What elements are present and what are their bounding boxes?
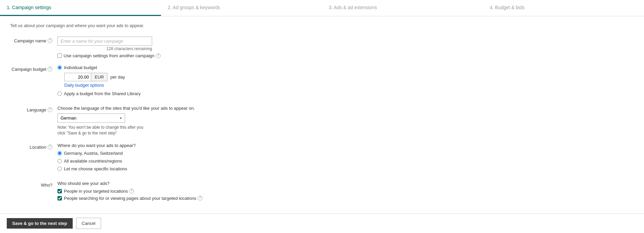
use-settings-checkbox[interactable] (57, 54, 62, 58)
location-row: Location ? Where do you want your ads to… (10, 143, 634, 174)
campaign-name-help-icon[interactable]: ? (48, 38, 52, 43)
language-select-wrap: German English French Spanish Italian (57, 113, 125, 123)
language-help-icon[interactable]: ? (48, 107, 52, 112)
language-label: Language ? (10, 106, 57, 112)
who-option-2-help-icon[interactable]: ? (198, 196, 202, 200)
individual-budget-radio[interactable] (57, 65, 62, 70)
per-day-text: per day (110, 75, 125, 80)
location-option-2-row: All available countries/regions (57, 158, 226, 164)
individual-budget-radio-row: Individual budget (57, 65, 226, 70)
campaign-budget-row: Campaign budget ? Individual budget EUR … (10, 65, 634, 99)
who-option-1-row: People in your targeted locations ? (57, 189, 226, 194)
who-content: Who should see your ads? People in your … (57, 181, 226, 203)
location-option-1-label: Germany, Austria, Switzerland (64, 151, 123, 156)
who-row: Who? Who should see your ads? People in … (10, 181, 634, 203)
language-select[interactable]: German English French Spanish Italian (57, 113, 125, 123)
bottom-bar: Save & go to the next step Cancel (0, 213, 644, 233)
campaign-name-content: 128 characters remaining Use campaign se… (57, 37, 226, 58)
currency-button[interactable]: EUR (91, 73, 108, 81)
chars-remaining: 128 characters remaining (57, 46, 152, 51)
daily-budget-link[interactable]: Daily budget options (64, 83, 104, 88)
who-option-1-label: People in your targeted locations (64, 189, 128, 194)
language-desc: Choose the language of the sites that yo… (57, 106, 226, 111)
who-label: Who? (10, 181, 57, 188)
language-row: Language ? Choose the language of the si… (10, 106, 634, 136)
step-1[interactable]: 1. Campaign settings (0, 0, 161, 16)
who-option-1-checkbox[interactable] (57, 189, 62, 193)
save-button[interactable]: Save & go to the next step (7, 218, 73, 229)
language-content: Choose the language of the sites that yo… (57, 106, 226, 136)
location-option-1-radio[interactable] (57, 151, 62, 155)
campaign-name-label: Campaign name ? (10, 37, 57, 43)
campaign-name-input[interactable] (57, 37, 152, 46)
location-option-3-row: Let me choose specific locations (57, 166, 226, 171)
shared-library-label: Apply a budget from the Shared Library (64, 91, 141, 96)
step-2[interactable]: 2. Ad groups & keywords (161, 0, 322, 16)
location-option-3-label: Let me choose specific locations (64, 166, 127, 171)
shared-library-radio-row: Apply a budget from the Shared Library (57, 91, 226, 96)
who-option-2-checkbox[interactable] (57, 196, 62, 200)
individual-budget-label: Individual budget (64, 65, 97, 70)
use-settings-row: Use campaign settings from another campa… (57, 53, 226, 58)
location-option-2-label: All available countries/regions (64, 158, 122, 164)
location-option-2-radio[interactable] (57, 159, 62, 163)
budget-amount-input[interactable] (64, 73, 91, 81)
step-3[interactable]: 3. Ads & ad extensions (322, 0, 483, 16)
shared-library-radio[interactable] (57, 91, 62, 96)
location-question: Where do you want your ads to appear? (57, 143, 226, 148)
budget-input-row: EUR per day (64, 73, 226, 81)
intro-text: Tell us about your campaign and where yo… (10, 23, 634, 28)
who-option-1-help-icon[interactable]: ? (129, 189, 134, 193)
who-question: Who should see your ads? (57, 181, 226, 186)
location-option-1-row: Germany, Austria, Switzerland (57, 151, 226, 156)
progress-bar: 1. Campaign settings 2. Ad groups & keyw… (0, 0, 644, 16)
language-note: Note: You won't be able to change this a… (57, 125, 152, 136)
location-label: Location ? (10, 143, 57, 150)
step-4[interactable]: 4. Budget & bids (483, 0, 644, 16)
campaign-budget-help-icon[interactable]: ? (48, 67, 52, 71)
campaign-budget-label: Campaign budget ? (10, 65, 57, 72)
who-option-2-row: People searching for or viewing pages ab… (57, 196, 226, 201)
campaign-name-row: Campaign name ? 128 characters remaining… (10, 37, 634, 58)
who-option-2-label: People searching for or viewing pages ab… (64, 196, 196, 201)
campaign-budget-content: Individual budget EUR per day Daily budg… (57, 65, 226, 99)
location-option-3-radio[interactable] (57, 167, 62, 171)
cancel-button[interactable]: Cancel (76, 218, 101, 229)
location-content: Where do you want your ads to appear? Ge… (57, 143, 226, 174)
main-content: Tell us about your campaign and where yo… (0, 16, 644, 233)
location-help-icon[interactable]: ? (48, 145, 52, 149)
use-settings-help-icon[interactable]: ? (156, 54, 161, 58)
